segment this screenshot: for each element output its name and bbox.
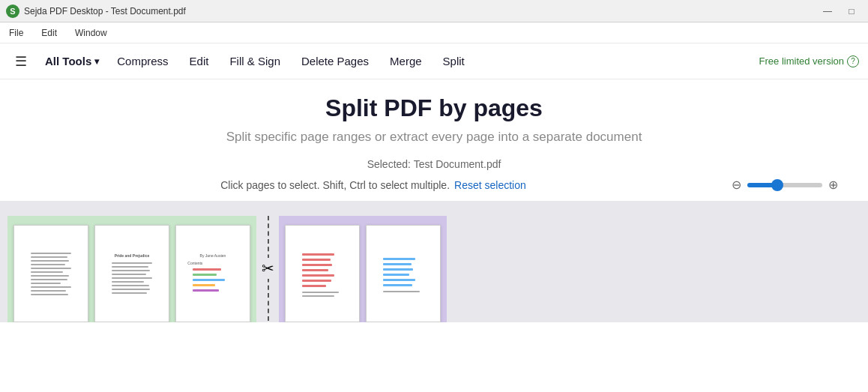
- all-tools-label: All Tools: [45, 55, 91, 67]
- nav-split[interactable]: Split: [434, 52, 474, 70]
- page-thumb-3[interactable]: By Jane Austen Contents: [175, 225, 250, 322]
- menu-edit[interactable]: Edit: [38, 26, 60, 40]
- pages-wrapper: Pride and Prejudice: [7, 216, 861, 322]
- menu-file[interactable]: File: [6, 26, 26, 40]
- nav-merge[interactable]: Merge: [381, 52, 431, 70]
- nav-compress[interactable]: Compress: [108, 52, 177, 70]
- free-limited-badge: Free limited version ?: [759, 55, 859, 67]
- preview-area: Pride and Prejudice: [0, 201, 868, 322]
- nav-delete-pages[interactable]: Delete Pages: [292, 52, 378, 70]
- instructions-text: Click pages to select. Shift, Ctrl to se…: [220, 179, 450, 191]
- title-bar-text: Sejda PDF Desktop - Test Document.pdf: [24, 6, 817, 16]
- free-limited-text: Free limited version: [759, 55, 844, 67]
- zoom-slider-thumb[interactable]: [771, 179, 783, 191]
- zoom-slider-track[interactable]: [747, 183, 822, 187]
- selected-file-label: Selected: Test Document.pdf: [0, 158, 868, 170]
- main-content: Split PDF by pages Split specific page r…: [0, 79, 868, 201]
- toolbar: ☰ All Tools ▾ Compress Edit Fill & Sign …: [0, 43, 868, 79]
- page-title: Split PDF by pages: [0, 94, 868, 122]
- chevron-down-icon: ▾: [94, 56, 99, 67]
- menu-window[interactable]: Window: [72, 26, 110, 40]
- zoom-controls: ⊖ ⊕: [732, 178, 838, 192]
- nav-edit[interactable]: Edit: [181, 52, 218, 70]
- hamburger-icon[interactable]: ☰: [9, 50, 33, 73]
- minimize-button[interactable]: —: [817, 4, 838, 19]
- instructions-row: Click pages to select. Shift, Ctrl to se…: [0, 178, 868, 192]
- restore-button[interactable]: □: [841, 4, 862, 19]
- info-icon[interactable]: ?: [847, 55, 859, 67]
- cut-separator: ✂: [256, 216, 279, 321]
- page-group-2: [279, 216, 447, 322]
- svg-text:S: S: [10, 7, 15, 16]
- reset-selection-link[interactable]: Reset selection: [454, 179, 526, 191]
- zoom-in-icon[interactable]: ⊕: [828, 178, 838, 192]
- menu-bar: File Edit Window: [0, 22, 868, 43]
- all-tools-button[interactable]: All Tools ▾: [39, 52, 105, 70]
- page-subtitle: Split specific page ranges or extract ev…: [0, 130, 868, 145]
- page-thumb-2[interactable]: Pride and Prejudice: [94, 225, 169, 322]
- app-logo: S: [6, 4, 19, 18]
- zoom-out-icon[interactable]: ⊖: [732, 178, 741, 192]
- page-group-1: Pride and Prejudice: [7, 216, 256, 322]
- title-bar: S Sejda PDF Desktop - Test Document.pdf …: [0, 0, 868, 22]
- scissors-icon: ✂: [260, 258, 276, 279]
- title-bar-controls: — □: [817, 4, 862, 19]
- page-thumb-5[interactable]: [366, 225, 441, 322]
- nav-fill-sign[interactable]: Fill & Sign: [220, 52, 289, 70]
- page-thumb-4[interactable]: [285, 225, 360, 322]
- page-thumb-1[interactable]: [13, 225, 88, 322]
